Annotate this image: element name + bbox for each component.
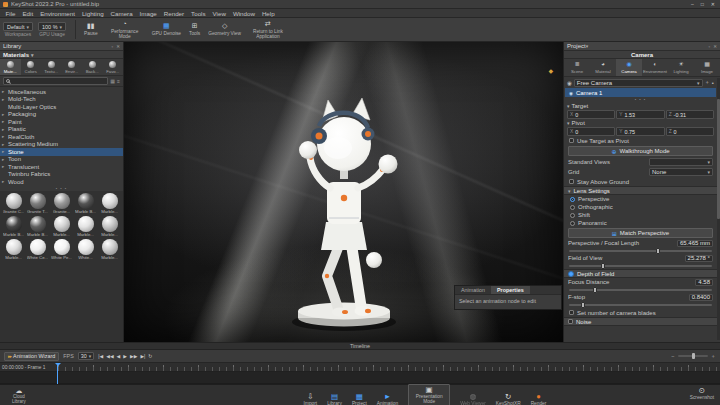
menu-item[interactable]: Camera xyxy=(107,10,136,17)
material-thumbnail[interactable]: Granite C... xyxy=(2,193,25,214)
lens-mode-radio[interactable]: Shift xyxy=(564,211,717,219)
playhead[interactable] xyxy=(57,363,58,384)
zoom-in-button[interactable]: ＋ xyxy=(711,353,717,360)
library-tab[interactable]: Textu... xyxy=(41,59,62,75)
fstop-slider[interactable] xyxy=(569,304,712,306)
menu-item[interactable]: Image xyxy=(136,10,160,17)
fstop-value[interactable]: 0.8400 xyxy=(689,294,713,301)
gpu-usage-dropdown[interactable]: 100 % GPU Usage xyxy=(38,22,66,37)
transport-button[interactable]: ◀ xyxy=(117,354,121,359)
workspace-dropdown[interactable]: Default Workspaces xyxy=(3,22,33,37)
lock-camera-icon[interactable]: ▪ xyxy=(712,80,714,86)
standard-views-dropdown[interactable] xyxy=(649,158,713,166)
menu-item[interactable]: Environment xyxy=(37,10,79,17)
tree-item[interactable]: Mold-Tech xyxy=(0,96,123,104)
depth-of-field-header[interactable]: Depth of Field xyxy=(564,269,717,278)
material-thumbnail[interactable]: Marble... xyxy=(50,216,73,237)
realtime-viewport[interactable]: Animation Properties Select an animation… xyxy=(124,42,563,342)
project-tab[interactable]: Material xyxy=(590,59,616,76)
menu-item[interactable]: Lighting xyxy=(78,10,107,17)
toolbar-button[interactable]: Pause xyxy=(80,22,102,36)
tree-item[interactable]: Packaging xyxy=(0,111,123,119)
dock-button[interactable]: Render xyxy=(531,393,547,405)
tree-item[interactable]: Multi-Layer Optics xyxy=(0,103,123,111)
panel-tab[interactable]: Animation xyxy=(455,286,491,294)
noise-section-header[interactable]: Noise xyxy=(564,317,717,326)
library-tab[interactable]: Back... xyxy=(82,59,103,75)
match-perspective-button[interactable]: ⊞ Match Perspective xyxy=(568,228,713,238)
screenshot-button[interactable]: Screenshot xyxy=(690,387,714,400)
material-thumbnail[interactable]: White... xyxy=(74,239,97,260)
toolbar-button[interactable]: Performance Mode xyxy=(102,20,148,39)
lens-settings-header[interactable]: Lens Settings xyxy=(564,186,717,195)
chevron-down-icon[interactable] xyxy=(567,103,570,109)
chevron-down-icon[interactable] xyxy=(567,120,570,126)
menu-item[interactable]: Edit xyxy=(19,10,37,17)
camera-blades-checkbox[interactable]: Set number of camera blades xyxy=(564,308,717,317)
library-category-dropdown[interactable]: Materials xyxy=(0,51,123,59)
project-tab[interactable]: Environment xyxy=(642,59,668,76)
transport-button[interactable]: ▶| xyxy=(140,354,145,359)
lens-mode-radio[interactable]: Orthographic xyxy=(564,203,717,211)
menu-item[interactable]: Help xyxy=(258,10,278,17)
walkthrough-mode-button[interactable]: ⊕ Walkthrough Mode xyxy=(568,146,713,156)
library-tab[interactable]: Mate... xyxy=(0,59,21,75)
tree-item[interactable]: Wood xyxy=(0,178,123,186)
tree-item[interactable]: Translucent xyxy=(0,163,123,171)
menu-item[interactable]: Tools xyxy=(188,10,209,17)
pivot-x-field[interactable]: X0 xyxy=(567,127,615,136)
field-of-view-slider[interactable] xyxy=(569,265,712,267)
material-thumbnail[interactable]: Marble... xyxy=(98,193,121,214)
tree-item[interactable]: Plastic xyxy=(0,126,123,134)
slider-handle[interactable] xyxy=(601,263,605,269)
slider-handle[interactable] xyxy=(656,248,660,254)
zoom-out-button[interactable]: − xyxy=(671,353,674,359)
dock-button[interactable]: Animation xyxy=(377,393,398,405)
library-tab[interactable]: Favo... xyxy=(103,59,124,75)
use-target-as-pivot-checkbox[interactable]: Use Target as Pivot xyxy=(564,136,717,145)
minimize-button[interactable]: – xyxy=(691,1,694,7)
transport-button[interactable]: ↻ xyxy=(148,354,152,359)
toolbar-button[interactable]: Tools xyxy=(185,22,204,36)
tree-item[interactable]: Toon xyxy=(0,156,123,164)
dock-button[interactable]: Library xyxy=(327,393,342,405)
dock-button[interactable]: Presentation Mode xyxy=(408,384,450,405)
fps-dropdown[interactable]: 30 xyxy=(78,352,95,360)
dock-button[interactable]: Project xyxy=(352,393,367,405)
lens-mode-radio[interactable]: Perspective xyxy=(564,195,717,203)
close-icon[interactable]: ✕ xyxy=(116,44,120,49)
animation-wizard-button[interactable]: Animation Wizard xyxy=(4,352,59,361)
add-camera-button[interactable]: ＋ xyxy=(705,79,711,86)
material-thumbnail[interactable]: White Pe... xyxy=(50,239,73,260)
toolbar-button[interactable]: Geometry View xyxy=(204,22,245,36)
cloud-library-button[interactable]: Cloud Library xyxy=(6,387,32,404)
lens-mode-radio[interactable]: Panoramic xyxy=(564,219,717,227)
target-z-field[interactable]: Z-0.31 xyxy=(666,110,714,119)
target-y-field[interactable]: Y1.53 xyxy=(616,110,664,119)
timeline-track[interactable] xyxy=(0,372,720,384)
project-tab[interactable]: Camera xyxy=(616,59,642,76)
robot-character-model[interactable] xyxy=(264,70,424,340)
tree-item[interactable]: Paint xyxy=(0,118,123,126)
project-tab[interactable]: Lighting xyxy=(668,59,694,76)
material-thumbnail[interactable]: Granite T... xyxy=(26,193,49,214)
target-x-field[interactable]: X0 xyxy=(567,110,615,119)
project-tab[interactable]: Scene xyxy=(564,59,590,76)
menu-item[interactable]: Window xyxy=(229,10,258,17)
material-thumbnail[interactable]: Marble... xyxy=(98,239,121,260)
material-thumbnail[interactable]: Marble B... xyxy=(2,216,25,237)
material-thumbnail[interactable]: Marble B... xyxy=(26,216,49,237)
toolbar-button[interactable]: GPU Denoise xyxy=(148,22,185,36)
dock-button[interactable]: Web Viewer xyxy=(460,393,486,405)
dock-button[interactable]: Import xyxy=(304,393,318,405)
close-button[interactable]: ✕ xyxy=(711,1,715,7)
stay-above-ground-checkbox[interactable]: Stay Above Ground xyxy=(564,177,717,186)
material-thumbnail[interactable]: Marble... xyxy=(74,216,97,237)
pin-icon[interactable]: ▫ xyxy=(112,44,114,49)
list-options-icon[interactable]: ≡ xyxy=(117,78,120,84)
timeline-zoom-slider[interactable] xyxy=(678,355,708,357)
close-icon[interactable]: ✕ xyxy=(713,44,717,49)
visibility-icon[interactable] xyxy=(569,90,573,96)
pivot-z-field[interactable]: Z0 xyxy=(666,127,714,136)
toolbar-button[interactable]: Return to Link Application xyxy=(245,20,291,39)
